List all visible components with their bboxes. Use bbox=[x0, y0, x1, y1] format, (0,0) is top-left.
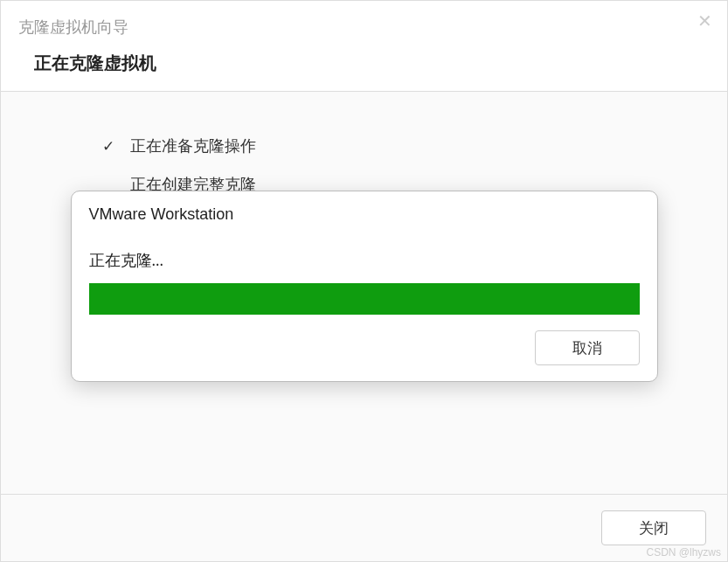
watermark: CSDN @lhyzws bbox=[646, 546, 721, 559]
progress-bar bbox=[89, 283, 640, 315]
cancel-button[interactable]: 取消 bbox=[535, 330, 640, 365]
dialog-actions: 取消 bbox=[89, 330, 640, 365]
dialog-status: 正在克隆... bbox=[89, 250, 640, 271]
dialog-title: VMware Workstation bbox=[89, 205, 640, 224]
progress-dialog: VMware Workstation 正在克隆... 取消 bbox=[71, 191, 658, 382]
modal-overlay: VMware Workstation 正在克隆... 取消 bbox=[0, 0, 728, 562]
